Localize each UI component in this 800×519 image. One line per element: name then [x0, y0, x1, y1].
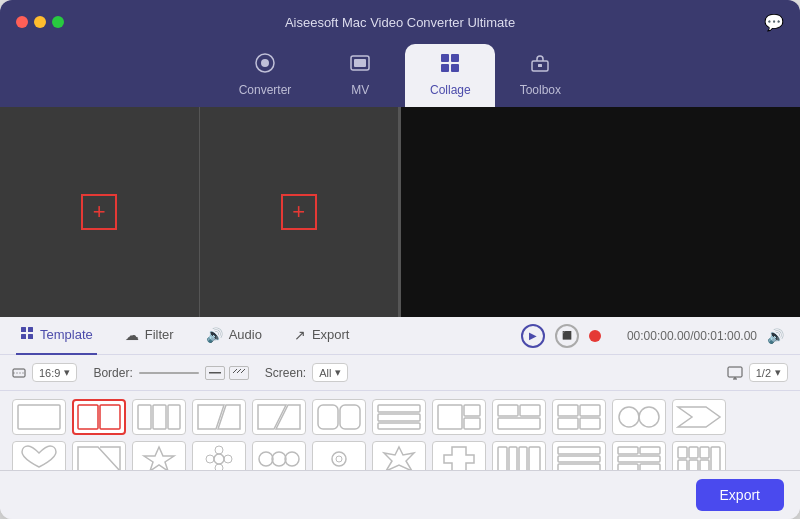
svg-rect-65 [509, 447, 517, 470]
svg-point-58 [272, 452, 286, 466]
svg-rect-39 [464, 405, 480, 416]
maximize-button[interactable] [52, 16, 64, 28]
collage-icon [439, 52, 461, 79]
volume-icon[interactable]: 🔊 [767, 328, 784, 344]
svg-point-53 [215, 446, 223, 454]
svg-point-52 [214, 454, 224, 464]
export-button[interactable]: Export [696, 479, 784, 511]
svg-rect-72 [640, 447, 660, 454]
add-media-button-1[interactable]: + [81, 194, 117, 230]
screen-group: Screen: All ▾ [265, 363, 349, 382]
template-arrow[interactable] [672, 399, 726, 435]
play-button[interactable]: ▶ [521, 324, 545, 348]
svg-line-19 [241, 369, 245, 373]
template-vertical-bars[interactable] [492, 441, 546, 470]
aspect-ratio-group: 16:9 ▾ [12, 363, 77, 382]
svg-rect-71 [618, 447, 638, 454]
template-four-grid[interactable] [552, 399, 606, 435]
close-button[interactable] [16, 16, 28, 28]
template-gear[interactable] [312, 441, 366, 470]
svg-rect-46 [558, 418, 578, 429]
svg-rect-20 [728, 367, 742, 377]
template-two-top[interactable] [492, 399, 546, 435]
screen-select[interactable]: All ▾ [312, 363, 348, 382]
template-big-left[interactable] [432, 399, 486, 435]
svg-marker-62 [384, 447, 414, 470]
svg-point-48 [619, 407, 639, 427]
template-heart[interactable] [12, 441, 66, 470]
tab-converter-label: Converter [239, 83, 292, 97]
template-circle-duo[interactable] [612, 399, 666, 435]
resolution-group: 1/2 ▾ [727, 363, 788, 382]
tab-mv[interactable]: MV [315, 44, 405, 107]
tab-toolbox-label: Toolbox [520, 83, 561, 97]
svg-rect-16 [209, 372, 221, 374]
template-mosaic[interactable] [672, 441, 726, 470]
svg-rect-79 [678, 460, 687, 470]
svg-rect-67 [529, 447, 540, 470]
stop-button[interactable]: ⬛ [555, 324, 579, 348]
template-three-h[interactable] [132, 399, 186, 435]
template-two-split[interactable] [72, 399, 126, 435]
svg-rect-3 [354, 59, 366, 67]
svg-rect-41 [498, 405, 518, 416]
template-flower[interactable] [192, 441, 246, 470]
template-diagonal-duo[interactable] [72, 441, 126, 470]
tab-collage-label: Collage [430, 83, 471, 97]
svg-rect-4 [441, 54, 449, 62]
svg-rect-37 [378, 423, 420, 429]
template-three-rows[interactable] [552, 441, 606, 470]
svg-line-18 [237, 369, 241, 373]
svg-rect-69 [558, 456, 600, 462]
svg-rect-9 [538, 64, 542, 67]
border-pattern-icon[interactable] [229, 366, 249, 380]
template-single[interactable] [12, 399, 66, 435]
border-label: Border: [93, 366, 132, 380]
template-row-2 [12, 441, 788, 470]
toolbox-icon [529, 52, 551, 79]
preview-panel-2[interactable]: + [200, 107, 399, 317]
tab-collage[interactable]: Collage [405, 44, 495, 107]
svg-marker-63 [444, 447, 474, 470]
svg-rect-81 [700, 460, 709, 470]
filter-icon: ☁ [125, 327, 139, 343]
preview-output-panel [400, 107, 800, 317]
time-display: 00:00:00.00/00:01:00.00 [627, 329, 757, 343]
template-rounded[interactable] [312, 399, 366, 435]
svg-rect-44 [558, 405, 578, 416]
template-diagonal[interactable] [252, 399, 306, 435]
chat-icon[interactable]: 💬 [764, 13, 784, 32]
mv-icon [349, 52, 371, 79]
svg-rect-36 [378, 414, 420, 421]
template-circles-trio[interactable] [252, 441, 306, 470]
toolbar-tab-template[interactable]: Template [16, 317, 97, 355]
resolution-select[interactable]: 1/2 ▾ [749, 363, 788, 382]
svg-rect-11 [28, 327, 33, 332]
resolution-chevron: ▾ [775, 366, 781, 379]
toolbar-tab-export[interactable]: ↗ Export [290, 317, 354, 355]
template-complex-split[interactable] [612, 441, 666, 470]
border-style-icons [205, 366, 249, 380]
templates-area [0, 391, 800, 470]
border-solid-icon[interactable] [205, 366, 225, 380]
svg-point-61 [336, 456, 342, 462]
aspect-ratio-select[interactable]: 16:9 ▾ [32, 363, 77, 382]
template-asterisk[interactable] [372, 441, 426, 470]
svg-point-56 [224, 455, 232, 463]
tab-converter[interactable]: Converter [215, 44, 316, 107]
tab-toolbox[interactable]: Toolbox [495, 44, 585, 107]
add-media-button-2[interactable]: + [281, 194, 317, 230]
svg-rect-5 [451, 54, 459, 62]
toolbar-tab-filter[interactable]: ☁ Filter [121, 317, 178, 355]
svg-rect-38 [438, 405, 462, 429]
toolbar-tab-audio[interactable]: 🔊 Audio [202, 317, 266, 355]
svg-rect-13 [28, 334, 33, 339]
svg-marker-51 [144, 447, 174, 470]
template-star[interactable] [132, 441, 186, 470]
preview-panel-1[interactable]: + [0, 107, 200, 317]
svg-marker-50 [678, 407, 720, 427]
template-cross[interactable] [432, 441, 486, 470]
template-vertical-three[interactable] [372, 399, 426, 435]
minimize-button[interactable] [34, 16, 46, 28]
template-trapezoid-l[interactable] [192, 399, 246, 435]
